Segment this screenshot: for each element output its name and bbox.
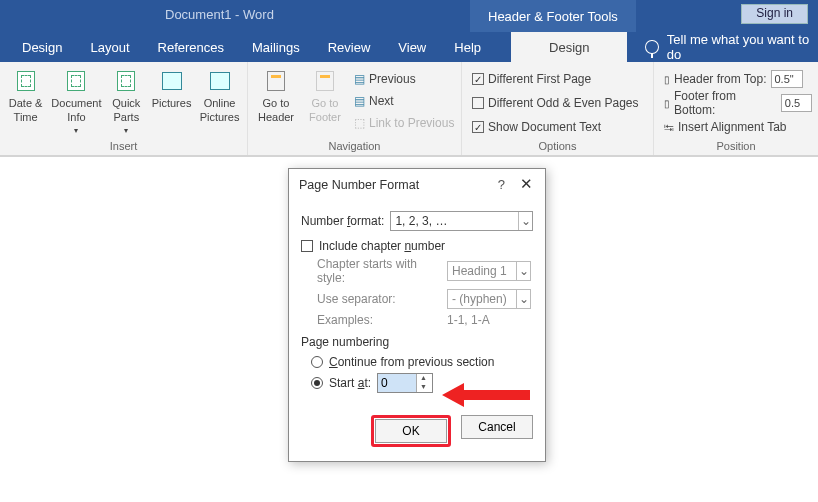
lightbulb-icon <box>645 40 658 54</box>
tab-help[interactable]: Help <box>440 32 495 62</box>
tab-references[interactable]: References <box>144 32 238 62</box>
goto-footer-button: Go to Footer <box>304 68 346 124</box>
spinner-arrows[interactable]: ▲▼ <box>416 374 430 392</box>
number-format-combo[interactable]: 1, 2, 3, …⌄ <box>390 211 533 231</box>
group-label-position: Position <box>660 138 812 155</box>
tab-review[interactable]: Review <box>314 32 385 62</box>
group-label-navigation: Navigation <box>254 138 455 155</box>
separator-label: Use separator: <box>317 292 447 306</box>
tab-mailings[interactable]: Mailings <box>238 32 314 62</box>
start-at-input[interactable] <box>378 374 416 392</box>
show-document-text-checkbox[interactable]: ✓Show Document Text <box>472 116 601 138</box>
chapter-style-label: Chapter starts with style: <box>317 257 447 285</box>
examples-value: 1-1, 1-A <box>447 313 490 327</box>
goto-header-button[interactable]: Go to Header <box>254 68 298 124</box>
check-icon <box>472 97 484 109</box>
group-insert: Date & Time Document Info▾ Quick Parts▾ … <box>0 62 248 155</box>
chapter-style-combo: Heading 1⌄ <box>447 261 531 281</box>
previous-button[interactable]: ▤Previous <box>354 68 454 90</box>
header-from-top[interactable]: ▯Header from Top:0.5" <box>664 68 803 90</box>
group-position: ▯Header from Top:0.5" ▯Footer from Botto… <box>654 62 818 155</box>
start-at-spinner[interactable]: ▲▼ <box>377 373 433 393</box>
title-bar: Document1 - Word Header & Footer Tools S… <box>0 0 818 32</box>
ok-highlight: OK <box>371 415 451 447</box>
tell-me-search[interactable]: Tell me what you want to do <box>627 32 818 62</box>
dialog-titlebar: Page Number Format ? ✕ <box>289 169 545 201</box>
footer-from-bottom[interactable]: ▯Footer from Bottom:0.5 <box>664 92 812 114</box>
group-label-options: Options <box>468 138 647 155</box>
continue-label: Continue from previous section <box>329 355 494 369</box>
different-first-page-checkbox[interactable]: ✓Different First Page <box>472 68 591 90</box>
check-icon: ✓ <box>472 121 484 133</box>
number-format-label: Number format: <box>301 214 384 228</box>
group-label-insert: Insert <box>6 138 241 155</box>
start-at-radio[interactable] <box>311 377 323 389</box>
date-time-button[interactable]: Date & Time <box>6 68 45 124</box>
continue-radio[interactable] <box>311 356 323 368</box>
group-options: ✓Different First Page Different Odd & Ev… <box>462 62 654 155</box>
help-icon[interactable]: ? <box>498 177 505 192</box>
tab-hf-design[interactable]: Design <box>511 32 627 62</box>
document-info-button[interactable]: Document Info▾ <box>51 68 101 138</box>
chevron-down-icon: ⌄ <box>518 212 532 230</box>
group-navigation: Go to Header Go to Footer ▤Previous ▤Nex… <box>248 62 462 155</box>
include-chapter-label: Include chapter number <box>319 239 445 253</box>
footer-bottom-value[interactable]: 0.5 <box>781 94 812 112</box>
tab-design[interactable]: Design <box>0 32 76 62</box>
online-pictures-button[interactable]: Online Pictures <box>198 68 241 124</box>
tab-view[interactable]: View <box>384 32 440 62</box>
different-odd-even-checkbox[interactable]: Different Odd & Even Pages <box>472 92 639 114</box>
link-previous-button: ⬚Link to Previous <box>354 112 454 134</box>
sign-in-button[interactable]: Sign in <box>741 4 808 24</box>
check-icon: ✓ <box>472 73 484 85</box>
separator-combo: - (hyphen)⌄ <box>447 289 531 309</box>
next-button[interactable]: ▤Next <box>354 90 454 112</box>
contextual-tab-header-footer[interactable]: Header & Footer Tools <box>470 0 636 32</box>
page-number-format-dialog: Page Number Format ? ✕ Number format: 1,… <box>288 168 546 462</box>
insert-alignment-tab[interactable]: ⭾Insert Alignment Tab <box>664 116 787 138</box>
pictures-button[interactable]: Pictures <box>151 68 192 110</box>
ribbon-tabs: Design Layout References Mailings Review… <box>0 32 818 62</box>
start-at-label: Start at: <box>329 376 371 390</box>
examples-label: Examples: <box>317 313 447 327</box>
ok-button[interactable]: OK <box>375 419 447 443</box>
include-chapter-checkbox[interactable] <box>301 240 313 252</box>
quick-parts-button[interactable]: Quick Parts▾ <box>108 68 145 138</box>
cancel-button[interactable]: Cancel <box>461 415 533 439</box>
document-title: Document1 - Word <box>165 7 274 22</box>
close-icon[interactable]: ✕ <box>520 175 533 193</box>
ribbon: Date & Time Document Info▾ Quick Parts▾ … <box>0 62 818 156</box>
header-top-value[interactable]: 0.5" <box>771 70 803 88</box>
page-numbering-label: Page numbering <box>301 335 533 349</box>
dialog-title: Page Number Format <box>299 178 419 192</box>
tab-layout[interactable]: Layout <box>76 32 143 62</box>
